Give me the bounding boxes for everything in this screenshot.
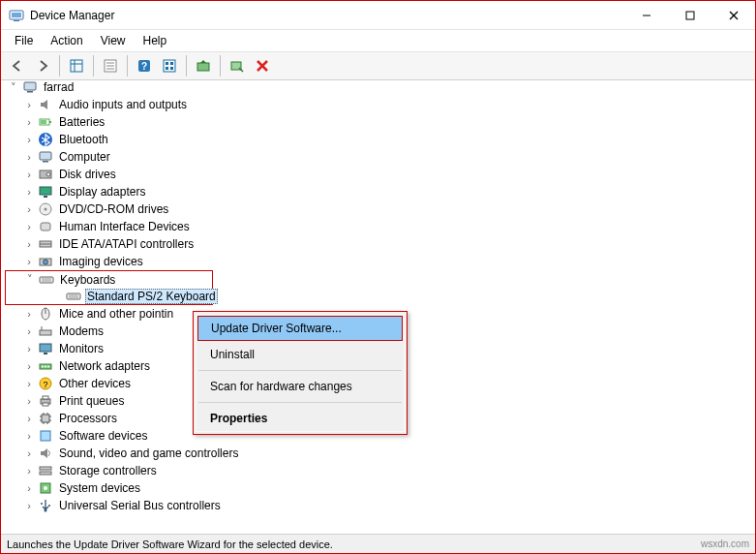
tree-category-label: Sound, video and game controllers [57, 446, 240, 461]
caret-right-icon[interactable]: › [22, 464, 36, 477]
svg-rect-1 [12, 13, 21, 17]
tree-root[interactable]: ˅ farrad [5, 78, 755, 96]
tree-category[interactable]: › Computer [5, 148, 755, 166]
tree-category-label: Keyboards [58, 272, 117, 288]
menu-file[interactable]: File [7, 32, 41, 49]
svg-rect-28 [49, 121, 51, 123]
context-properties[interactable]: Properties [197, 406, 404, 431]
tree-category[interactable]: › Human Interface Devices [5, 218, 755, 235]
caret-right-icon[interactable]: › [22, 429, 36, 443]
caret-right-icon[interactable]: › [22, 185, 36, 199]
view-button[interactable] [158, 54, 181, 77]
device-tree[interactable]: ˅ farrad › Audio inputs and outputs › Ba… [1, 77, 755, 534]
tree-category[interactable]: › Disk drives [5, 166, 755, 183]
tree-category[interactable]: › Display adapters [5, 183, 755, 200]
help-button[interactable]: ? [133, 54, 156, 77]
context-update-driver[interactable]: Update Driver Software... [197, 316, 403, 341]
caret-right-icon[interactable]: › [22, 446, 36, 460]
tree-category[interactable]: › System devices [5, 479, 755, 497]
tree-category[interactable]: › Universal Serial Bus controllers [5, 497, 755, 514]
tree-category[interactable]: › Imaging devices [5, 253, 755, 270]
tree-category-label: IDE ATA/ATAPI controllers [57, 236, 196, 252]
svg-text:?: ? [141, 61, 147, 72]
svg-rect-4 [686, 12, 694, 19]
caret-right-icon[interactable]: › [22, 394, 36, 408]
svg-rect-17 [166, 62, 168, 65]
scan-hardware-button[interactable] [226, 54, 249, 77]
caret-right-icon[interactable]: › [22, 202, 36, 216]
tree-category-label: Processors [57, 411, 119, 426]
tree-category-label: Modems [57, 323, 106, 339]
caret-right-icon[interactable]: › [22, 255, 36, 268]
keyboard-icon [39, 272, 54, 288]
forward-button[interactable] [31, 54, 54, 77]
uninstall-button[interactable] [251, 54, 274, 77]
tree-category[interactable]: › DVD/CD-ROM drives [5, 200, 755, 218]
audio-icon [38, 97, 53, 112]
caret-right-icon[interactable]: › [22, 307, 36, 321]
properties-button[interactable] [99, 54, 122, 77]
tree-device-label: Standard PS/2 Keyboard [85, 289, 218, 304]
modem-icon [38, 323, 53, 339]
context-uninstall[interactable]: Uninstall [197, 342, 404, 367]
svg-rect-7 [71, 60, 82, 72]
imaging-icon [38, 254, 53, 269]
back-button[interactable] [6, 54, 29, 77]
tree-category-label: Network adapters [57, 358, 152, 374]
show-hide-tree-button[interactable] [65, 54, 88, 77]
svg-text:?: ? [43, 380, 47, 389]
toolbar-separator [220, 55, 221, 77]
context-separator [198, 402, 402, 403]
tree-device-selected[interactable]: · Standard PS/2 Keyboard [5, 288, 213, 305]
caret-right-icon[interactable]: › [22, 220, 36, 233]
menu-help[interactable]: Help [136, 32, 175, 49]
caret-right-icon[interactable]: › [22, 359, 36, 373]
context-scan-hardware[interactable]: Scan for hardware changes [197, 374, 404, 399]
menu-action[interactable]: Action [43, 32, 90, 49]
watermark: wsxdn.com [701, 539, 749, 549]
caret-right-icon[interactable]: › [22, 133, 36, 146]
caret-right-icon[interactable]: › [22, 324, 36, 338]
toolbar-separator [127, 55, 128, 77]
caret-right-icon[interactable]: › [22, 377, 36, 390]
update-driver-button[interactable] [192, 54, 215, 77]
svg-rect-29 [41, 120, 46, 124]
other-icon: ? [38, 376, 53, 391]
tree-category-label: Print queues [57, 393, 126, 409]
caret-right-icon[interactable]: › [22, 115, 36, 129]
maximize-button[interactable] [668, 1, 711, 29]
menu-view[interactable]: View [93, 32, 134, 49]
caret-right-icon[interactable]: › [22, 98, 36, 111]
svg-rect-76 [40, 472, 51, 475]
tree-category[interactable]: › IDE ATA/ATAPI controllers [5, 235, 755, 253]
svg-rect-2 [14, 20, 19, 21]
tree-category[interactable]: › Bluetooth [5, 131, 755, 148]
caret-right-icon[interactable]: › [22, 342, 36, 355]
caret-right-icon[interactable]: › [22, 481, 36, 495]
caret-right-icon[interactable]: › [22, 412, 36, 425]
minimize-button[interactable] [624, 1, 668, 29]
software-icon [38, 428, 53, 444]
tree-category[interactable]: › Batteries [5, 113, 755, 131]
caret-down-icon[interactable]: ˅ [7, 80, 20, 94]
svg-rect-54 [40, 344, 51, 352]
caret-right-icon[interactable]: › [22, 237, 36, 251]
tree-category[interactable]: ˅ Keyboards [5, 270, 213, 288]
bluetooth-icon [38, 132, 53, 147]
svg-point-59 [47, 366, 49, 368]
tree-category[interactable]: › Sound, video and game controllers [5, 445, 755, 462]
close-button[interactable] [711, 1, 755, 29]
tree-category-label: Storage controllers [57, 463, 159, 478]
caret-right-icon[interactable]: › [22, 150, 36, 164]
caret-down-icon[interactable]: ˅ [23, 273, 37, 287]
toolbar-separator [186, 55, 187, 77]
caret-right-icon[interactable]: › [22, 499, 36, 512]
caret-right-icon[interactable]: › [22, 168, 36, 181]
menu-bar: File Action View Help [1, 30, 755, 52]
tree-category[interactable]: › Storage controllers [5, 462, 755, 479]
tree-category[interactable]: › Audio inputs and outputs [5, 96, 755, 113]
tree-category-label: Other devices [57, 376, 133, 391]
system-icon [38, 480, 53, 496]
title-bar: Device Manager [1, 1, 755, 30]
status-bar: Launches the Update Driver Software Wiza… [1, 534, 755, 553]
